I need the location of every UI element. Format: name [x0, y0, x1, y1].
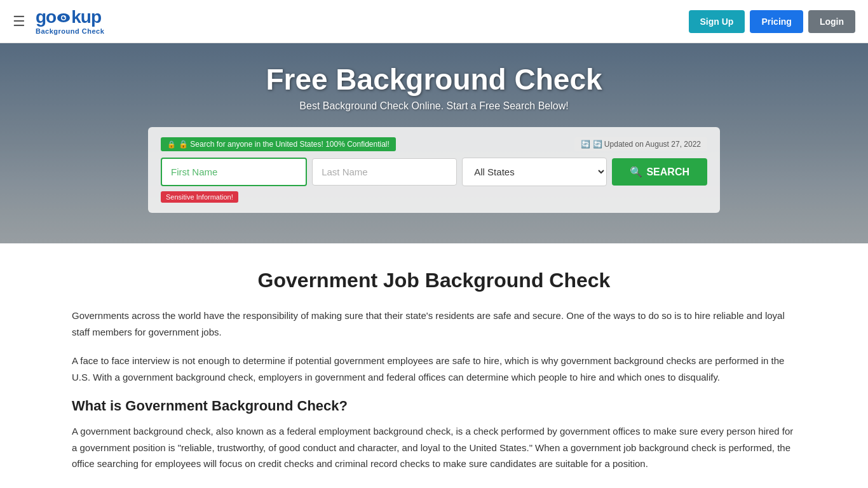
- login-button[interactable]: Login: [808, 10, 855, 33]
- logo-text: go kup: [36, 8, 101, 26]
- navbar: ☰ go kup Background Check Sign Up Pricin…: [0, 0, 868, 43]
- search-icon: 🔍: [630, 166, 642, 178]
- refresh-icon: 🔄: [581, 140, 590, 149]
- section2-title: What is Government Background Check?: [72, 398, 796, 414]
- pricing-button[interactable]: Pricing: [750, 10, 803, 33]
- search-button[interactable]: 🔍 SEARCH: [612, 158, 707, 186]
- main-content: Government Job Background Check Governme…: [59, 243, 809, 488]
- hero-section: Free Background Check Best Background Ch…: [0, 43, 868, 243]
- sensitive-badge: Sensitive Information!: [161, 191, 238, 203]
- search-button-label: SEARCH: [646, 166, 689, 178]
- search-box: 🔒 🔒 Search for anyone in the United Stat…: [148, 127, 720, 213]
- section2-p1: A government background check, also know…: [72, 423, 796, 472]
- search-notice: 🔒 🔒 Search for anyone in the United Stat…: [161, 137, 396, 151]
- lock-icon: 🔒: [167, 140, 176, 149]
- logo-go: go: [36, 7, 56, 27]
- menu-icon[interactable]: ☰: [13, 13, 25, 30]
- hero-title: Free Background Check: [266, 62, 602, 97]
- nav-buttons: Sign Up Pricing Login: [689, 10, 855, 33]
- search-fields: All StatesAlabamaAlaskaArizonaArkansasCa…: [161, 158, 707, 186]
- search-updated: 🔄 🔄 Updated on August 27, 2022: [574, 137, 707, 151]
- svg-point-3: [64, 17, 65, 18]
- hero-subtitle: Best Background Check Online. Start a Fr…: [299, 100, 568, 112]
- state-select[interactable]: All StatesAlabamaAlaskaArizonaArkansasCa…: [462, 158, 607, 186]
- section1-title: Government Job Background Check: [72, 269, 796, 292]
- logo[interactable]: go kup Background Check: [36, 8, 104, 35]
- search-box-top: 🔒 🔒 Search for anyone in the United Stat…: [161, 137, 707, 151]
- logo-eye-icon: [57, 13, 71, 22]
- signup-button[interactable]: Sign Up: [689, 10, 745, 33]
- updated-text: 🔄 Updated on August 27, 2022: [593, 140, 701, 149]
- last-name-input[interactable]: [312, 158, 457, 186]
- logo-tagline: Background Check: [36, 27, 104, 35]
- section1-p2: A face to face interview is not enough t…: [72, 353, 796, 385]
- section1-p1: Governments across the world have the re…: [72, 308, 796, 340]
- search-notice-text: 🔒 Search for anyone in the United States…: [179, 140, 390, 149]
- first-name-input[interactable]: [161, 158, 307, 186]
- logo-kup: kup: [71, 7, 101, 27]
